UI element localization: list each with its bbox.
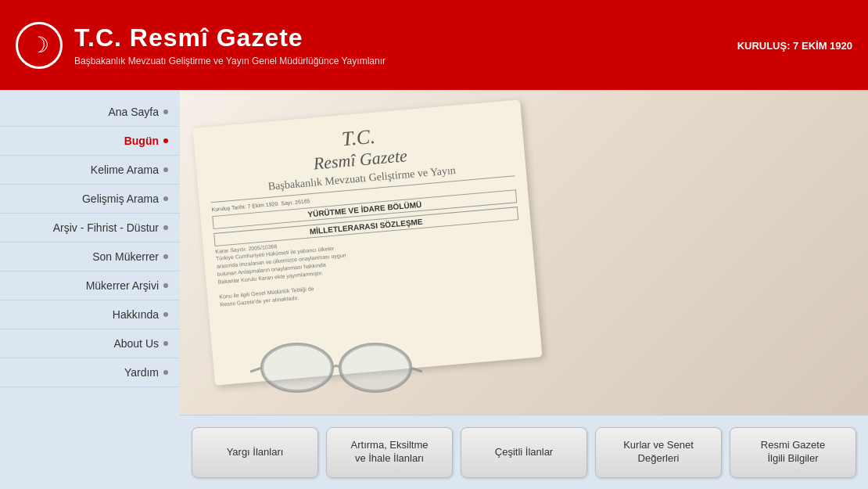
btn-resmi-gazete-bilgiler[interactable]: Resmi Gazete İlgili Bilgiler [730,427,856,478]
sidebar-label-bugun: Bugün [124,135,159,147]
sidebar-item-anasayfa[interactable]: Ana Sayfa [0,98,180,127]
svg-line-3 [411,368,422,372]
btn-artirma-eksiltme[interactable]: Artırma, Eksiltme ve İhale İlanları [326,427,453,478]
header-logo-area: ☽ T.C. Resmî Gazete Başbakanlık Mevzuatı… [16,22,852,69]
sidebar-item-about-us[interactable]: About Us [0,329,180,358]
sidebar-item-gelismis-arama[interactable]: Gelişmiş Arama [0,185,180,214]
gazette-meta-num: Sayı: 26165 [281,198,310,206]
turkish-flag-icon: ☽ [16,22,63,69]
content-area: T.C. Resmî Gazete Başbakanlık Mevzuatı G… [180,90,868,489]
sidebar-label-hakkinda: Hakkında [113,308,159,321]
sidebar-item-arsiv[interactable]: Arşiv - Fihrist - Düstur [0,214,180,243]
sidebar-label-son-mukerrer: Son Mükerrer [92,250,159,263]
crescent-star-icon: ☽ [30,34,49,56]
btn-kurlar-senet[interactable]: Kurlar ve Senet Değerleri [595,427,722,478]
sidebar-label-about-us: About Us [113,337,159,350]
bottom-buttons-row: Yargı İlanları Artırma, Eksiltme ve İhal… [180,415,868,489]
sidebar-dot-kelime-arama [163,167,168,172]
sidebar-item-bugun[interactable]: Bugün [0,127,180,156]
founding-date: KURULUŞ: 7 EKİM 1920 [737,39,852,51]
sidebar-label-yardim: Yardım [124,366,159,379]
glasses-icon [250,329,422,399]
sidebar-item-mukerrer-arsivi[interactable]: Mükerrer Arşivi [0,271,180,300]
sidebar-label-mukerrer-arsivi: Mükerrer Arşivi [86,279,159,292]
btn-cesitli-ilanlar[interactable]: Çeşitli İlanlar [461,427,587,478]
sidebar-dot-bugun [163,138,168,143]
sidebar-dot-anasayfa [163,110,168,114]
svg-point-4 [262,344,332,391]
sidebar: Ana Sayfa Bugün Kelime Arama Gelişmiş Ar… [0,90,180,489]
svg-point-5 [340,344,411,391]
sidebar-label-anasayfa: Ana Sayfa [108,106,159,118]
sidebar-dot-mukerrer-arsivi [163,283,168,288]
site-title: T.C. Resmî Gazete [74,23,386,52]
sidebar-item-yardim[interactable]: Yardım [0,358,180,387]
site-subtitle: Başbakanlık Mevzuatı Geliştirme ve Yayın… [74,56,386,67]
svg-line-2 [250,368,262,372]
sidebar-dot-hakkinda [163,312,168,317]
sidebar-dot-yardim [163,370,168,375]
sidebar-dot-son-mukerrer [163,254,168,259]
header-text-block: T.C. Resmî Gazete Başbakanlık Mevzuatı G… [74,23,386,67]
sidebar-label-arsiv: Arşiv - Fihrist - Düstur [53,221,159,234]
sidebar-dot-gelismis-arama [163,196,168,201]
sidebar-item-kelime-arama[interactable]: Kelime Arama [0,156,180,185]
main-container: Ana Sayfa Bugün Kelime Arama Gelişmiş Ar… [0,90,868,489]
sidebar-label-kelime-arama: Kelime Arama [91,164,159,176]
hero-area: T.C. Resmî Gazete Başbakanlık Mevzuatı G… [180,90,868,415]
sidebar-dot-arsiv [163,225,168,230]
sidebar-label-gelismis-arama: Gelişmiş Arama [82,192,159,205]
header: ☽ T.C. Resmî Gazete Başbakanlık Mevzuatı… [0,0,868,90]
btn-yargi-ilanlari[interactable]: Yargı İlanları [192,427,318,478]
gazette-visual: T.C. Resmî Gazete Başbakanlık Mevzuatı G… [180,98,868,415]
sidebar-item-hakkinda[interactable]: Hakkında [0,300,180,329]
sidebar-item-son-mukerrer[interactable]: Son Mükerrer [0,243,180,271]
sidebar-dot-about-us [163,341,168,346]
